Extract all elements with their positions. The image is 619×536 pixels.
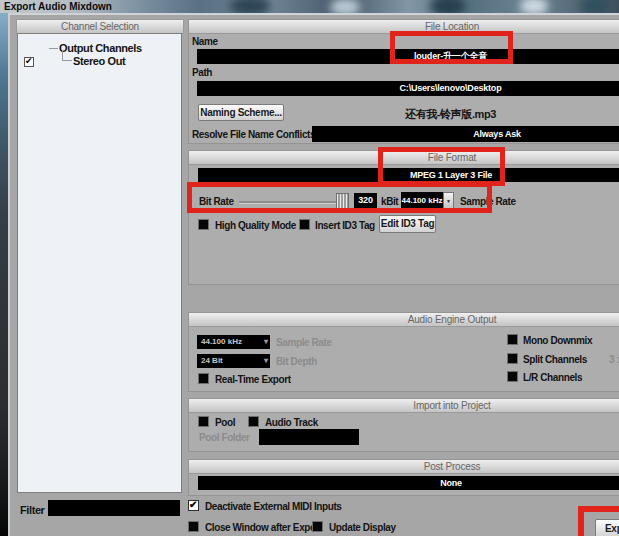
chevron-down-icon[interactable] [443,192,454,209]
split-channels-label: Split Channels [523,354,587,365]
name-label: Name [192,36,218,47]
bit-depth-label: Bit Depth [276,356,317,367]
path-input[interactable]: C:\Users\lenovo\Desktop [197,81,619,96]
lr-channels-label: L/R Channels [523,372,582,383]
high-quality-checkbox[interactable] [198,219,209,230]
insert-id3-checkbox[interactable] [299,219,310,230]
close-window-checkbox[interactable] [188,521,199,532]
tree-item-stereo-out[interactable]: Stereo Out [73,55,125,67]
deactivate-midi-checkbox[interactable] [188,500,199,511]
titlebar-blur-decoration [330,0,360,13]
name-input[interactable]: louder-升一个全音 [197,49,619,64]
bit-depth-dropdown[interactable]: 24 Bit [197,354,270,368]
import-into-project-panel: Import into Project Pool Audio Track Poo… [188,398,619,452]
stereo-out-checkbox[interactable] [24,57,34,67]
mono-downmix-checkbox[interactable] [507,334,518,345]
edit-id3-button[interactable]: Edit ID3 Tag [379,215,436,233]
path-label: Path [192,67,212,78]
title-bar[interactable]: Export Audio Mixdown [0,0,619,13]
window-title: Export Audio Mixdown [4,0,112,13]
titlebar-blur-decoration [580,0,610,13]
pool-folder-input[interactable] [259,429,359,445]
channel-selection-list[interactable]: Output Channels Stereo Out [17,33,182,493]
mono-downmix-label: Mono Downmix [523,335,592,346]
close-window-label: Close Window after Export [205,522,322,533]
export-button[interactable]: Export [595,519,619,536]
file-location-panel: File Location Name louder-升一个全音 Path C:\… [188,19,619,144]
audio-track-label: Audio Track [265,417,318,428]
resolve-conflicts-select[interactable]: Always Ask [312,126,619,142]
realtime-export-label: Real-Time Export [215,374,291,385]
dialog-body: Channel Selection Output Channels Stereo… [8,13,619,536]
realtime-export-checkbox[interactable] [198,373,209,384]
insert-id3-label: Insert ID3 Tag [315,220,375,231]
file-format-panel: File Format MPEG 1 Layer 3 File Bit Rate… [188,150,619,285]
titlebar-blur-decoration [520,0,548,13]
post-process-select[interactable]: None [198,476,619,490]
post-process-header: Post Process [189,460,619,474]
bit-rate-unit-label: kBit [381,196,398,207]
engine-sample-rate-label: Sample Rate [276,337,332,348]
bit-rate-slider-handle[interactable] [336,193,349,210]
bit-rate-value-box[interactable]: 320 [354,193,377,208]
update-display-label: Update Display [329,522,396,533]
update-display-checkbox[interactable] [312,521,323,532]
titlebar-blur-decoration [230,0,270,13]
filter-input[interactable] [48,500,180,516]
resolve-conflicts-label: Resolve File Name Conflicts [192,129,315,140]
export-audio-mixdown-window: Export Audio Mixdown Channel Selection O… [0,0,619,536]
sample-rate-label: Sample Rate [460,196,516,207]
split-channels-checkbox[interactable] [507,353,518,364]
file-format-select[interactable]: MPEG 1 Layer 3 File [198,168,619,182]
pool-checkbox[interactable] [198,416,209,427]
engine-sample-rate-dropdown[interactable]: 44.100 kHz [197,335,270,349]
channel-selection-header: Channel Selection [16,19,184,34]
titlebar-blur-decoration [430,0,466,13]
audio-engine-output-header: Audio Engine Output [189,313,619,327]
tree-connector [62,50,72,61]
bit-rate-slider-track[interactable] [239,201,336,204]
lr-channels-checkbox[interactable] [507,371,518,382]
high-quality-label: High Quality Mode [215,220,296,231]
bit-rate-label: Bit Rate [199,196,234,207]
post-process-panel: Post Process None [188,459,619,496]
audio-engine-output-panel: Audio Engine Output 44.100 kHz Sample Ra… [188,312,619,392]
filter-label: Filter [20,504,45,516]
sample-rate-dropdown[interactable]: 44.100 kHz [401,192,443,209]
split-channels-value: 3 : "au [609,354,619,365]
audio-track-checkbox[interactable] [248,416,259,427]
file-name-preview: 还有我-铃声版.mp3 [197,107,619,122]
pool-label: Pool [215,417,235,428]
tree-connector [49,42,58,49]
deactivate-midi-label: Deactivate External MIDI Inputs [205,501,342,512]
import-into-project-header: Import into Project [189,399,619,413]
file-location-header: File Location [189,20,619,34]
pool-folder-label: Pool Folder [199,432,250,443]
file-format-header: File Format [189,151,619,165]
